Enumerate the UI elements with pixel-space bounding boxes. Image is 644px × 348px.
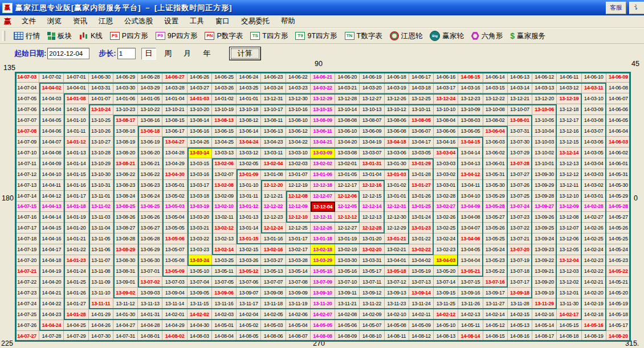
- period-option-日[interactable]: 日: [141, 48, 156, 60]
- grid-cell: 13-01-13: [237, 212, 261, 223]
- grid-cell: 14-07-12: [15, 169, 39, 180]
- menu-item-0[interactable]: 文件: [16, 15, 42, 27]
- grid-cell: 14-07-21: [15, 266, 39, 277]
- toolbar-item-K线[interactable]: K线: [79, 31, 103, 41]
- grid-cell: 14-07-03: [15, 72, 39, 83]
- grid-cell: 14-03-09: [582, 104, 606, 115]
- menu-item-7[interactable]: 窗口: [210, 15, 235, 27]
- period-option-周[interactable]: 周: [161, 48, 176, 60]
- toolbar-item-板块[interactable]: 板块: [47, 31, 72, 41]
- menu-item-3[interactable]: 江恩: [93, 15, 119, 27]
- toolbar-item-9P四方形[interactable]: P99P四方形: [156, 31, 198, 41]
- period-option-年[interactable]: 年: [199, 48, 214, 60]
- grid-cell: 13-04-29: [162, 158, 187, 169]
- grid-cell: 13-04-30: [162, 169, 187, 180]
- grid-cell: 13-02-23: [434, 244, 458, 255]
- control-row: 起始日期: 步长: 日周月年 计算: [14, 47, 261, 60]
- forum-button-clipped[interactable]: 讠: [629, 2, 644, 14]
- grid-cell: 13-05-26: [483, 223, 508, 234]
- grid-cell: 14-07-18: [15, 234, 39, 244]
- grid-cell: 14-05-02: [237, 320, 261, 331]
- grid-cell: 13-09-29: [532, 180, 557, 191]
- grid-cell: 13-07-25: [508, 191, 532, 202]
- grid-cell: 13-03-21: [188, 223, 212, 234]
- grid-cell: 13-03-13: [212, 148, 237, 158]
- grid-cell: 13-12-12: [557, 169, 581, 180]
- grid-cell: 13-06-23: [138, 180, 162, 191]
- grid-cell: 14-01-08: [64, 93, 88, 104]
- grid-cell: 13-02-09: [212, 191, 237, 202]
- grid-cell: 14-03-31: [89, 83, 113, 93]
- toolbar-item-赢家轮[interactable]: Big赢家轮: [430, 31, 464, 41]
- grid-cell: 14-05-10: [434, 320, 458, 331]
- toolbar-item-T四方形[interactable]: TST四方形: [250, 31, 288, 41]
- grid-cell: 13-10-25: [89, 115, 113, 126]
- grid-cell: 13-08-04: [434, 115, 458, 126]
- customer-service-button[interactable]: 客服: [606, 2, 626, 14]
- grid-cell: 14-03-16: [458, 83, 483, 93]
- start-date-input[interactable]: [47, 48, 89, 59]
- grid-cell: 14-06-06: [606, 104, 631, 115]
- menu-item-9[interactable]: 帮助: [275, 15, 301, 27]
- calculate-button[interactable]: 计算: [229, 47, 261, 60]
- grid-cell: 13-07-12: [385, 277, 409, 288]
- grid-cell: 13-04-01: [385, 255, 409, 266]
- grid-cell: 13-02-01: [335, 158, 360, 169]
- grid-cell: 14-07-05: [15, 93, 39, 104]
- toolbar-item-行情[interactable]: 行情: [14, 31, 40, 41]
- menu-item-4[interactable]: 公式选股: [119, 15, 158, 27]
- toolbar-item-T数字表[interactable]: TNT数字表: [345, 31, 382, 41]
- grid-cell: 13-07-26: [508, 180, 532, 191]
- grid-cell: 14-08-15: [483, 331, 508, 342]
- toolbar-item-六角形[interactable]: 六角形: [471, 31, 503, 41]
- toolbar-item-P四方形[interactable]: PSP四方形: [110, 31, 148, 41]
- sector-blocks-icon: [47, 32, 55, 40]
- grid-cell: 13-12-23: [458, 93, 483, 104]
- grid-cell: 13-12-22: [483, 93, 508, 104]
- grid-cell: 13-02-20: [360, 244, 384, 255]
- step-input[interactable]: [117, 48, 136, 59]
- menu-item-6[interactable]: 工具: [184, 15, 210, 27]
- grid-cell: 14-05-24: [606, 244, 631, 255]
- toolbar-item-9T四方形[interactable]: T99T四方形: [295, 31, 337, 41]
- grid-cell: 14-04-06: [39, 126, 64, 137]
- winner-wheel-icon: Big: [430, 31, 440, 41]
- grid-cell: 13-02-02: [311, 158, 335, 169]
- grid-cell: 13-09-03: [138, 288, 162, 298]
- grid-cell: 13-12-31: [261, 93, 286, 104]
- grid-cell: 13-04-08: [458, 212, 483, 223]
- menu-item-1[interactable]: 浏览: [42, 15, 67, 27]
- grid-cell: 14-05-13: [508, 320, 532, 331]
- grid-cell: 13-07-07: [261, 277, 286, 288]
- grid-cell: 14-07-11: [15, 158, 39, 169]
- period-option-月[interactable]: 月: [180, 48, 195, 60]
- grid-cell: 14-07-28: [39, 331, 64, 342]
- grid-cell: 13-04-13: [458, 158, 483, 169]
- toolbar-item-江恩轮[interactable]: 江恩轮: [390, 31, 423, 41]
- grid-cell: 13-05-23: [483, 255, 508, 266]
- grid-cell: 13-03-25: [212, 255, 237, 266]
- grid-cell-center: 12-12-04: [311, 202, 335, 212]
- grid-cell: 13-05-03: [162, 202, 187, 212]
- grid-cell: 13-01-28: [409, 169, 434, 180]
- toolbar-item-P数字表[interactable]: PNP数字表: [205, 31, 243, 41]
- grid-cell: 14-07-25: [15, 309, 39, 320]
- grid-cell: 13-04-15: [458, 137, 483, 148]
- menu-item-8[interactable]: 交易委托: [235, 15, 275, 27]
- toolbar-item-label: 板块: [58, 31, 72, 41]
- grid-cell: 14-06-19: [360, 72, 384, 83]
- menu-item-5[interactable]: 设置: [158, 15, 184, 27]
- grid-cell: 13-01-24: [409, 212, 434, 223]
- toolbar-item-label: K线: [91, 31, 103, 41]
- grid-cell: 13-12-19: [557, 93, 581, 104]
- grid-cell: 14-08-12: [409, 331, 434, 342]
- grid-cell: 13-06-15: [212, 126, 237, 137]
- grid-cell: 13-03-08: [335, 148, 360, 158]
- grid-cell: 13-08-06: [385, 115, 409, 126]
- menu-item-2[interactable]: 资讯: [67, 15, 93, 27]
- grid-cell: 13-04-22: [286, 137, 311, 148]
- toolbar-item-赢家服务[interactable]: $赢家服务: [510, 31, 545, 41]
- grid-cell: 13-10-05: [532, 115, 557, 126]
- grid-cell: 14-01-24: [64, 266, 88, 277]
- grid-cell: 13-08-07: [360, 115, 384, 126]
